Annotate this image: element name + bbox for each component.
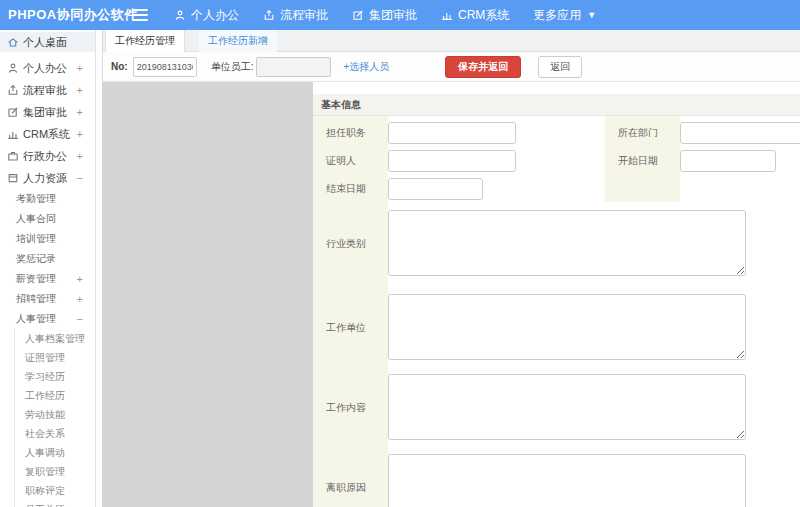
sidebar-item-label: CRM系统 [23, 127, 70, 142]
collapse-icon[interactable]: − [77, 172, 83, 184]
sidebar-item-label: 考勤管理 [16, 192, 56, 206]
sidebar-splitter[interactable] [96, 30, 103, 507]
field-label-company: 工作单位 [326, 321, 366, 335]
collapse-icon[interactable]: − [77, 313, 83, 325]
sidebar-item-label: 社会关系 [25, 427, 65, 441]
field-label-industry: 行业类别 [326, 237, 366, 251]
sidebar-item-22[interactable]: 职称评定 [0, 481, 95, 500]
sidebar-item-19[interactable]: 社会关系 [0, 424, 95, 443]
expand-icon[interactable]: + [77, 293, 83, 305]
industry-textarea[interactable] [388, 210, 746, 276]
sidebar-item-label: 人力资源 [23, 171, 67, 186]
sidebar-item-5[interactable]: 行政办公+ [0, 145, 95, 167]
sidebar-item-label: 个人桌面 [23, 35, 67, 50]
sidebar-item-10[interactable]: 奖惩记录 [0, 249, 95, 269]
sidebar-item-label: 培训管理 [16, 232, 56, 246]
employee-label: 单位员工: [211, 60, 254, 74]
sidebar-item-3[interactable]: 集团审批+ [0, 101, 95, 123]
end-date-input[interactable] [388, 178, 483, 200]
sidebar-item-1[interactable]: 个人办公+ [0, 57, 95, 79]
topnav-item-3[interactable]: CRM系统 [441, 7, 509, 24]
sidebar-item-4[interactable]: CRM系统+ [0, 123, 95, 145]
topnav-item-label: 更多应用 [533, 7, 581, 24]
sidebar-item-13[interactable]: 人事管理− [0, 309, 95, 329]
sidebar-item-23[interactable]: 员工关怀 [0, 500, 95, 507]
sidebar-item-14[interactable]: 人事档案管理 [0, 329, 95, 348]
topnav-item-label: CRM系统 [458, 7, 509, 24]
field-label-content: 工作内容 [326, 401, 366, 415]
expand-icon[interactable]: + [77, 150, 83, 162]
process-icon [7, 84, 19, 96]
sidebar-item-7[interactable]: 考勤管理 [0, 189, 95, 209]
sidebar-item-6[interactable]: 人力资源− [0, 167, 95, 189]
sidebar-item-label: 人事调动 [25, 446, 65, 460]
field-label-position: 担任职务 [326, 126, 366, 140]
sidebar-item-9[interactable]: 培训管理 [0, 229, 95, 249]
sidebar-item-label: 工作经历 [25, 389, 65, 403]
sidebar-item-label: 证照管理 [25, 351, 65, 365]
chart-icon [441, 9, 453, 21]
field-label-department: 所在部门 [618, 126, 658, 140]
topnav-item-label: 个人办公 [191, 7, 239, 24]
back-button[interactable]: 返回 [538, 56, 582, 78]
topnav-item-4[interactable]: 更多应用▼ [533, 7, 596, 24]
menu-toggle-icon[interactable] [132, 9, 148, 21]
tab-1[interactable]: 工作经历新增 [199, 30, 277, 52]
topnav-item-0[interactable]: 个人办公 [174, 7, 239, 24]
edit-icon [7, 106, 19, 118]
field-label-start-date: 开始日期 [618, 154, 658, 168]
expand-icon[interactable]: + [77, 62, 83, 74]
sidebar-item-12[interactable]: 招聘管理+ [0, 289, 95, 309]
no-input[interactable] [133, 57, 197, 77]
position-input[interactable] [388, 122, 516, 144]
tab-0[interactable]: 工作经历管理 [105, 30, 185, 52]
content-textarea[interactable] [388, 374, 746, 440]
chart-icon [7, 128, 19, 140]
expand-icon[interactable]: + [77, 273, 83, 285]
home-icon [7, 36, 19, 48]
sidebar-item-label: 劳动技能 [25, 408, 65, 422]
expand-icon[interactable]: + [77, 128, 83, 140]
field-label-end-date: 结束日期 [326, 182, 366, 196]
topbar: PHPOA协同办公软件 个人办公流程审批集团审批CRM系统更多应用▼ [0, 0, 800, 30]
sidebar-item-label: 薪资管理 [16, 272, 56, 286]
user-icon [174, 9, 186, 21]
sidebar-item-label: 招聘管理 [16, 292, 56, 306]
sidebar-item-18[interactable]: 劳动技能 [0, 405, 95, 424]
sidebar-item-2[interactable]: 流程审批+ [0, 79, 95, 101]
start-date-input[interactable] [680, 150, 776, 172]
select-person-link[interactable]: +选择人员 [343, 60, 389, 74]
process-icon [263, 9, 275, 21]
sidebar-item-16[interactable]: 学习经历 [0, 367, 95, 386]
employee-input[interactable] [256, 57, 331, 77]
certifier-input[interactable] [388, 150, 516, 172]
sidebar-item-label: 行政办公 [23, 149, 67, 164]
briefcase-icon [7, 150, 19, 162]
sidebar-item-label: 集团审批 [23, 105, 67, 120]
department-input[interactable] [680, 122, 800, 144]
topnav-item-label: 流程审批 [280, 7, 328, 24]
content-canvas: 基本信息 担任职务 所在部门 证明人 开始日期 结束日期 行业类别 工作单位 工… [103, 82, 800, 507]
tab-label: 工作经历管理 [115, 35, 175, 46]
sidebar-item-8[interactable]: 人事合同 [0, 209, 95, 229]
edit-icon [352, 9, 364, 21]
company-textarea[interactable] [388, 294, 746, 360]
caret-down-icon: ▼ [587, 10, 596, 20]
work-history-form: 基本信息 担任职务 所在部门 证明人 开始日期 结束日期 行业类别 工作单位 工… [313, 82, 800, 507]
sidebar-item-20[interactable]: 人事调动 [0, 443, 95, 462]
topnav-item-2[interactable]: 集团审批 [352, 7, 417, 24]
sidebar-item-17[interactable]: 工作经历 [0, 386, 95, 405]
topnav-item-1[interactable]: 流程审批 [263, 7, 328, 24]
expand-icon[interactable]: + [77, 106, 83, 118]
sidebar-item-15[interactable]: 证照管理 [0, 348, 95, 367]
save-return-button[interactable]: 保存并返回 [445, 56, 521, 78]
sidebar: 个人桌面个人办公+流程审批+集团审批+CRM系统+行政办公+人力资源−考勤管理人… [0, 30, 96, 507]
sidebar-item-label: 个人办公 [23, 61, 67, 76]
sidebar-item-11[interactable]: 薪资管理+ [0, 269, 95, 289]
sidebar-item-0[interactable]: 个人桌面 [0, 32, 95, 52]
reason-textarea[interactable] [388, 454, 746, 507]
sidebar-item-21[interactable]: 复职管理 [0, 462, 95, 481]
module-icon [7, 172, 19, 184]
sidebar-item-label: 人事档案管理 [25, 332, 85, 346]
expand-icon[interactable]: + [77, 84, 83, 96]
